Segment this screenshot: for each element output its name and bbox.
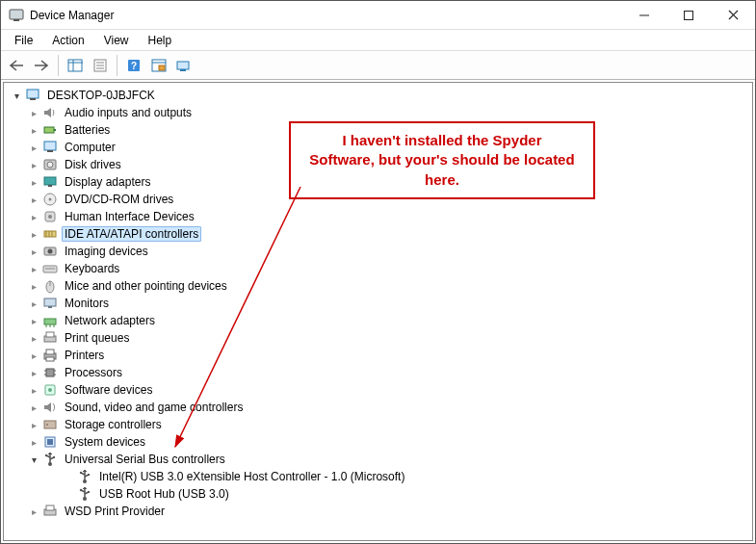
properties-button[interactable] xyxy=(89,54,112,77)
close-button[interactable] xyxy=(711,1,755,29)
tree-item-label[interactable]: Intel(R) USB 3.0 eXtensible Host Control… xyxy=(96,469,407,484)
tree-root-label[interactable]: DESKTOP-0JBJFCK xyxy=(44,88,158,103)
tree-item[interactable]: Universal Serial Bus controllers xyxy=(6,451,750,468)
expand-toggle[interactable] xyxy=(27,418,40,431)
expand-toggle[interactable] xyxy=(27,175,40,189)
tree-item[interactable]: USB Root Hub (USB 3.0) xyxy=(6,485,750,503)
tree-item-label[interactable]: Audio inputs and outputs xyxy=(62,105,195,120)
expand-toggle xyxy=(62,487,75,501)
svg-rect-25 xyxy=(47,150,53,152)
tree-item-label[interactable]: Imaging devices xyxy=(62,244,151,259)
svg-rect-17 xyxy=(159,65,165,70)
tree-item[interactable]: Printers xyxy=(6,347,750,364)
back-button[interactable] xyxy=(5,54,28,77)
tree-item-label[interactable]: Storage controllers xyxy=(62,417,165,432)
tree-item[interactable]: Network adapters xyxy=(6,312,750,329)
tree-item[interactable]: System devices xyxy=(6,433,750,451)
expand-toggle[interactable] xyxy=(27,383,40,397)
tree-item[interactable]: Keyboards xyxy=(6,260,750,277)
forward-button[interactable] xyxy=(30,54,53,77)
expand-toggle[interactable] xyxy=(27,331,40,345)
expand-toggle[interactable] xyxy=(27,297,40,310)
help-button[interactable]: ? xyxy=(122,54,145,77)
tree-item-label[interactable]: Keyboards xyxy=(62,261,122,276)
device-tree[interactable]: DESKTOP-0JBJFCK Audio inputs and outputs… xyxy=(3,82,753,541)
expand-toggle[interactable] xyxy=(27,401,40,414)
tree-item-label[interactable]: Print queues xyxy=(62,330,132,346)
usb-icon xyxy=(77,469,92,484)
tree-item[interactable]: Human Interface Devices xyxy=(6,208,750,225)
menu-view[interactable]: View xyxy=(96,32,137,49)
tree-item-label[interactable]: Processors xyxy=(62,365,125,380)
tree-item[interactable]: Imaging devices xyxy=(6,243,750,260)
tree-item[interactable]: Storage controllers xyxy=(6,416,750,433)
tree-item-label[interactable]: Mice and other pointing devices xyxy=(62,278,230,294)
expand-toggle[interactable] xyxy=(27,366,40,379)
devices-button[interactable] xyxy=(172,54,196,77)
tree-item-label[interactable]: Software devices xyxy=(62,382,155,398)
tree-item[interactable]: Audio inputs and outputs xyxy=(6,104,750,121)
maximize-button[interactable] xyxy=(666,1,711,29)
expand-toggle[interactable] xyxy=(27,435,40,449)
expand-toggle[interactable] xyxy=(27,245,40,258)
expand-toggle[interactable] xyxy=(10,89,23,102)
app-icon xyxy=(9,8,24,23)
expand-toggle[interactable] xyxy=(27,505,40,518)
svg-rect-19 xyxy=(180,69,186,71)
tree-item[interactable]: Print queues xyxy=(6,329,750,347)
tree-item-label[interactable]: System devices xyxy=(62,434,148,450)
svg-rect-21 xyxy=(30,98,36,100)
tree-item-label[interactable]: Batteries xyxy=(62,122,113,138)
tree-root[interactable]: DESKTOP-0JBJFCK xyxy=(6,87,750,104)
tree-item-label[interactable]: Computer xyxy=(62,140,118,155)
expand-toggle[interactable] xyxy=(27,227,40,241)
expand-toggle[interactable] xyxy=(27,193,40,206)
svg-rect-45 xyxy=(48,306,52,308)
minimize-button[interactable] xyxy=(622,1,666,29)
tree-item[interactable]: IDE ATA/ATAPI controllers xyxy=(6,225,750,243)
show-hide-tree-button[interactable] xyxy=(64,54,87,77)
tree-item-label[interactable]: Universal Serial Bus controllers xyxy=(62,452,228,467)
expand-toggle[interactable] xyxy=(27,123,40,137)
scan-hardware-button[interactable] xyxy=(147,54,170,77)
tree-item-label[interactable]: Printers xyxy=(62,348,107,363)
tree-item-label[interactable]: DVD/CD-ROM drives xyxy=(62,192,176,207)
menu-file[interactable]: File xyxy=(7,32,40,49)
tree-item-label[interactable]: Network adapters xyxy=(62,313,158,328)
svg-point-68 xyxy=(45,454,47,456)
tree-item[interactable]: Mice and other pointing devices xyxy=(6,277,750,295)
tree-item-label[interactable]: IDE ATA/ATAPI controllers xyxy=(62,226,201,242)
tree-item-label[interactable]: WSD Print Provider xyxy=(62,504,168,519)
tree-item[interactable]: Software devices xyxy=(6,381,750,399)
svg-point-33 xyxy=(48,215,52,219)
tree-item-label[interactable]: Monitors xyxy=(62,296,112,311)
expand-toggle[interactable] xyxy=(27,141,40,154)
expand-toggle[interactable] xyxy=(27,349,40,362)
tree-item[interactable]: Processors xyxy=(6,364,750,381)
tree-item-label[interactable]: Disk drives xyxy=(62,157,124,172)
speaker-icon xyxy=(42,105,58,120)
tree-item-label[interactable]: USB Root Hub (USB 3.0) xyxy=(96,486,232,502)
svg-point-27 xyxy=(47,162,53,168)
svg-rect-3 xyxy=(685,11,693,19)
expand-toggle[interactable] xyxy=(27,210,40,223)
expand-toggle[interactable] xyxy=(27,106,40,119)
expand-toggle[interactable] xyxy=(27,262,40,275)
tree-item[interactable]: Monitors xyxy=(6,295,750,312)
tree-item-label[interactable]: Sound, video and game controllers xyxy=(62,400,246,415)
menu-help[interactable]: Help xyxy=(141,32,180,49)
expand-toggle[interactable] xyxy=(27,279,40,293)
annotation-callout: I haven't installed the Spyder Software,… xyxy=(289,121,595,199)
tree-item[interactable]: WSD Print Provider xyxy=(6,503,750,520)
tree-item-label[interactable]: Human Interface Devices xyxy=(62,209,197,224)
svg-rect-46 xyxy=(44,319,56,324)
menu-action[interactable]: Action xyxy=(44,32,91,49)
expand-toggle xyxy=(62,470,75,483)
tree-item[interactable]: Sound, video and game controllers xyxy=(6,399,750,416)
expand-toggle[interactable] xyxy=(27,158,40,171)
expand-toggle[interactable] xyxy=(27,453,40,466)
expand-toggle[interactable] xyxy=(27,314,40,327)
tree-item-label[interactable]: Display adapters xyxy=(62,174,153,190)
sound-icon xyxy=(42,400,58,415)
tree-item[interactable]: Intel(R) USB 3.0 eXtensible Host Control… xyxy=(6,468,750,485)
